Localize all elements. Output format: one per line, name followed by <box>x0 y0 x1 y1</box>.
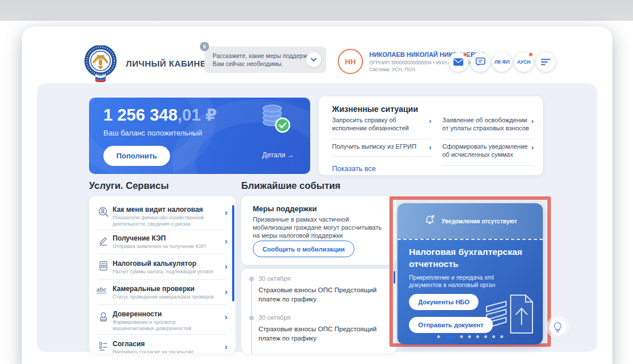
event-date: 30 октября <box>258 314 291 321</box>
report-mobilization-button[interactable]: Сообщить о мобилизации <box>253 241 354 257</box>
lkfl-button[interactable]: ЛК ФЛ <box>492 52 512 72</box>
chevron-down-icon[interactable] <box>306 52 321 67</box>
mail-notification-dot <box>463 52 468 57</box>
timeline-dot <box>249 316 254 320</box>
carousel-pagination <box>397 335 543 338</box>
life-situation-link[interactable]: Заявление об освобождении от уплаты стра… <box>442 117 533 140</box>
life-situations-card: Жизненные ситуации Запросить справку об … <box>319 96 543 175</box>
avatar[interactable]: НН <box>338 49 363 74</box>
life-situation-link[interactable]: Сформировать уведомление об исчисленных … <box>442 143 533 166</box>
carousel-dot[interactable] <box>437 335 440 338</box>
divider <box>98 304 226 305</box>
signature-pen-icon <box>98 235 109 246</box>
support-prompt[interactable]: 5 Расскажите, какие меры поддержки Вам с… <box>204 47 326 73</box>
events-timeline-card: 30 октября Страховые взносы ОПС Предстоя… <box>241 269 396 353</box>
checklist-icon <box>98 340 109 352</box>
page: ЛИЧНЫЙ КАБИНЕТ ИП 5 Расскажите, какие ме… <box>0 0 633 364</box>
promo-card: Уведомления отсутствуют Налоговая бухгал… <box>397 203 543 344</box>
balance-amount: 1 256 348,01 ₽ <box>103 105 217 125</box>
promo-notifications-label: Уведомления отсутствуют <box>442 218 517 224</box>
event-text[interactable]: Страховые взносы ОПС Предстоящий платеж … <box>258 324 388 343</box>
notification-count-badge: 5 <box>200 42 209 51</box>
carousel-dot[interactable] <box>460 335 463 338</box>
chevron-right-icon: › <box>429 144 431 152</box>
support-measures-title: Меры поддержки <box>253 204 317 213</box>
carousel-dot[interactable] <box>468 335 471 338</box>
document-upload-illustration <box>483 289 538 340</box>
services-card: Как меня видит налоговая Показатели фина… <box>89 196 236 353</box>
events-heading: Ближайшие события <box>241 180 341 191</box>
abc-icon: abc <box>97 286 106 293</box>
mail-button[interactable] <box>449 52 468 72</box>
bell-off-icon <box>423 214 436 229</box>
chevron-right-icon: › <box>531 117 534 125</box>
chevron-right-icon: › <box>225 312 227 322</box>
event-text[interactable]: Страховые взносы ОПС Предстоящий платеж … <box>258 285 388 304</box>
divider <box>98 279 226 280</box>
details-link[interactable]: Детали → <box>263 151 294 159</box>
divider <box>98 334 226 335</box>
fns-logo <box>84 45 117 82</box>
top-strip <box>0 0 633 21</box>
calculator-icon <box>98 260 109 272</box>
promo-subtitle: Прикрепление и передача xml документов в… <box>409 274 527 289</box>
support-measures-card: Меры поддержки Призванные в рамках части… <box>241 196 396 265</box>
ausn-button[interactable]: АУСН <box>514 52 534 72</box>
life-situations-title: Жизненные ситуации <box>332 104 418 114</box>
promo-title: Налоговая бухгалтерская отчетность <box>409 246 532 270</box>
life-situation-link[interactable]: Получить выписку из ЕГРИП › <box>332 143 431 157</box>
timeline-dot <box>249 277 254 281</box>
coins-icon <box>258 103 294 137</box>
chevron-right-icon: › <box>429 117 431 125</box>
chevron-right-icon: › <box>531 144 534 152</box>
person-search-icon <box>98 206 109 218</box>
divider <box>98 254 226 254</box>
chevron-right-icon: › <box>225 287 227 296</box>
support-measures-text: Призванные в рамках частичной мобилизаци… <box>253 215 388 239</box>
services-scrollbar[interactable] <box>232 205 234 301</box>
stamp-icon <box>98 311 109 322</box>
support-prompt-text: Расскажите, какие меры поддержки Вам сей… <box>213 52 313 68</box>
balance-status: Ваш баланс положительный <box>103 129 202 137</box>
life-situation-link[interactable]: Запросить справку об исполнении обязанно… <box>332 117 431 140</box>
ausn-notification-dot <box>528 52 533 57</box>
timeline-line <box>251 276 252 353</box>
carousel-dot[interactable] <box>500 335 503 338</box>
promo-notifications-strip: Уведомления отсутствуют <box>397 203 543 239</box>
chat-button[interactable] <box>470 52 490 72</box>
carousel-dot[interactable] <box>484 335 487 338</box>
promo-body: Налоговая бухгалтерская отчетность Прикр… <box>397 239 543 344</box>
chevron-right-icon: › <box>225 262 227 271</box>
nbo-documents-button[interactable]: Документы НБО <box>409 294 478 310</box>
show-all-link[interactable]: Показать все <box>332 165 376 173</box>
divider <box>98 230 226 230</box>
user-tax-system: Система: УСН, ПСН <box>369 67 415 72</box>
event-date: 30 октября <box>258 275 291 282</box>
carousel-dot[interactable] <box>476 335 479 338</box>
chevron-right-icon: › <box>225 342 227 351</box>
services-heading: Услуги. Сервисы <box>89 180 169 191</box>
send-document-button[interactable]: Отправить документ <box>409 317 493 333</box>
carousel-dot-active[interactable] <box>445 335 455 338</box>
dashed-divider <box>397 239 543 240</box>
menu-button[interactable] <box>536 52 555 72</box>
hint-lightbulb-button[interactable] <box>549 319 566 336</box>
topup-button[interactable]: Пополнить <box>103 146 170 166</box>
carousel-dot[interactable] <box>492 335 495 338</box>
chevron-right-icon: › <box>225 208 227 217</box>
balance-card: 1 256 348,01 ₽ Ваш баланс положительный … <box>89 98 310 174</box>
chevron-right-icon: › <box>225 237 227 246</box>
